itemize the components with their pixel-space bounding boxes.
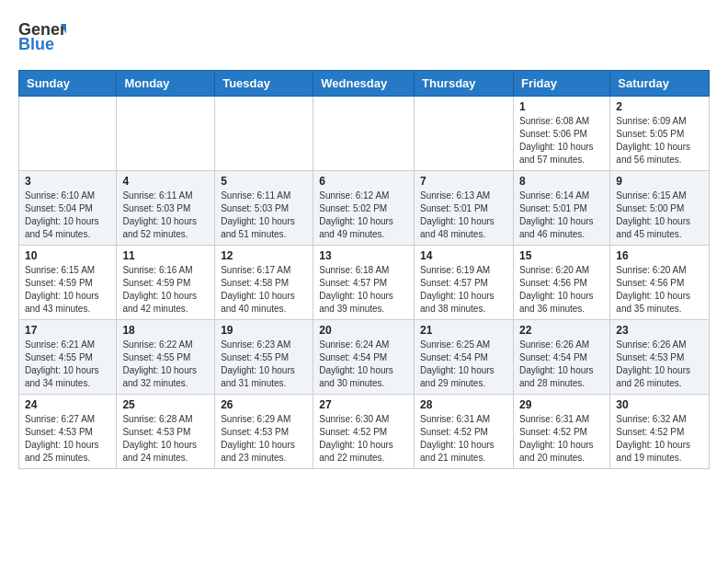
- calendar-day-cell: 15Sunrise: 6:20 AMSunset: 4:56 PMDayligh…: [513, 246, 609, 320]
- weekday-header-saturday: Saturday: [610, 71, 710, 97]
- day-info: Sunrise: 6:10 AMSunset: 5:04 PMDaylight:…: [25, 190, 99, 239]
- calendar-day-cell: 25Sunrise: 6:28 AMSunset: 4:53 PMDayligh…: [117, 395, 215, 469]
- day-number: 4: [122, 175, 209, 188]
- day-info: Sunrise: 6:15 AMSunset: 4:59 PMDaylight:…: [25, 265, 99, 314]
- day-number: 22: [519, 324, 604, 337]
- calendar-day-cell: 17Sunrise: 6:21 AMSunset: 4:55 PMDayligh…: [19, 320, 117, 395]
- day-number: 30: [616, 398, 703, 411]
- calendar-day-cell: 3Sunrise: 6:10 AMSunset: 5:04 PMDaylight…: [19, 171, 117, 246]
- day-number: 3: [25, 175, 110, 188]
- day-info: Sunrise: 6:17 AMSunset: 4:58 PMDaylight:…: [221, 265, 295, 314]
- day-info: Sunrise: 6:11 AMSunset: 5:03 PMDaylight:…: [122, 190, 197, 239]
- day-number: 24: [25, 398, 110, 411]
- day-info: Sunrise: 6:23 AMSunset: 4:55 PMDaylight:…: [221, 339, 295, 388]
- calendar-day-cell: 19Sunrise: 6:23 AMSunset: 4:55 PMDayligh…: [215, 320, 313, 395]
- weekday-header-thursday: Thursday: [415, 71, 514, 97]
- calendar-day-cell: 2Sunrise: 6:09 AMSunset: 5:05 PMDaylight…: [610, 97, 710, 171]
- calendar-day-cell: 13Sunrise: 6:18 AMSunset: 4:57 PMDayligh…: [313, 246, 415, 320]
- day-number: 8: [519, 175, 604, 188]
- day-number: 19: [221, 324, 307, 337]
- calendar-day-cell: 5Sunrise: 6:11 AMSunset: 5:03 PMDaylight…: [215, 171, 313, 246]
- weekday-header-wednesday: Wednesday: [313, 71, 415, 97]
- day-number: 15: [519, 249, 604, 262]
- day-number: 17: [25, 324, 110, 337]
- calendar-day-cell: 10Sunrise: 6:15 AMSunset: 4:59 PMDayligh…: [19, 246, 117, 320]
- calendar-day-cell: 24Sunrise: 6:27 AMSunset: 4:53 PMDayligh…: [19, 395, 117, 469]
- calendar-day-cell: 8Sunrise: 6:14 AMSunset: 5:01 PMDaylight…: [513, 171, 609, 246]
- day-number: 29: [519, 398, 604, 411]
- day-info: Sunrise: 6:19 AMSunset: 4:57 PMDaylight:…: [420, 265, 495, 314]
- svg-text:Blue: Blue: [18, 35, 54, 53]
- day-info: Sunrise: 6:09 AMSunset: 5:05 PMDaylight:…: [616, 116, 690, 165]
- weekday-header-monday: Monday: [117, 71, 215, 97]
- calendar-day-cell: 14Sunrise: 6:19 AMSunset: 4:57 PMDayligh…: [415, 246, 514, 320]
- day-info: Sunrise: 6:13 AMSunset: 5:01 PMDaylight:…: [420, 190, 495, 239]
- day-info: Sunrise: 6:28 AMSunset: 4:53 PMDaylight:…: [122, 414, 197, 463]
- weekday-header-sunday: Sunday: [19, 71, 117, 97]
- calendar-day-cell: 11Sunrise: 6:16 AMSunset: 4:59 PMDayligh…: [117, 246, 215, 320]
- day-info: Sunrise: 6:22 AMSunset: 4:55 PMDaylight:…: [122, 339, 197, 388]
- day-number: 10: [25, 249, 110, 262]
- weekday-header-friday: Friday: [513, 71, 609, 97]
- calendar-day-cell: 29Sunrise: 6:31 AMSunset: 4:52 PMDayligh…: [513, 395, 609, 469]
- day-info: Sunrise: 6:12 AMSunset: 5:02 PMDaylight:…: [319, 190, 393, 239]
- day-info: Sunrise: 6:31 AMSunset: 4:52 PMDaylight:…: [519, 414, 594, 463]
- calendar-day-cell: 6Sunrise: 6:12 AMSunset: 5:02 PMDaylight…: [313, 171, 415, 246]
- day-number: 11: [122, 249, 209, 262]
- day-info: Sunrise: 6:27 AMSunset: 4:53 PMDaylight:…: [25, 414, 99, 463]
- day-info: Sunrise: 6:20 AMSunset: 4:56 PMDaylight:…: [616, 265, 690, 314]
- day-number: 9: [616, 175, 703, 188]
- calendar-day-cell: [19, 97, 117, 171]
- calendar-week-row: 1Sunrise: 6:08 AMSunset: 5:06 PMDaylight…: [19, 97, 710, 171]
- calendar-week-row: 24Sunrise: 6:27 AMSunset: 4:53 PMDayligh…: [19, 395, 710, 469]
- calendar-week-row: 3Sunrise: 6:10 AMSunset: 5:04 PMDaylight…: [19, 171, 710, 246]
- calendar-day-cell: 16Sunrise: 6:20 AMSunset: 4:56 PMDayligh…: [610, 246, 710, 320]
- day-info: Sunrise: 6:14 AMSunset: 5:01 PMDaylight:…: [519, 190, 594, 239]
- calendar-day-cell: [415, 97, 514, 171]
- calendar-day-cell: [215, 97, 313, 171]
- day-info: Sunrise: 6:26 AMSunset: 4:53 PMDaylight:…: [616, 339, 690, 388]
- day-number: 26: [221, 398, 307, 411]
- logo-icon: General Blue: [18, 15, 66, 59]
- day-info: Sunrise: 6:24 AMSunset: 4:54 PMDaylight:…: [319, 339, 393, 388]
- day-number: 7: [420, 175, 507, 188]
- day-number: 1: [519, 100, 604, 113]
- calendar-day-cell: 22Sunrise: 6:26 AMSunset: 4:54 PMDayligh…: [513, 320, 609, 395]
- calendar-week-row: 10Sunrise: 6:15 AMSunset: 4:59 PMDayligh…: [19, 246, 710, 320]
- calendar-day-cell: 30Sunrise: 6:32 AMSunset: 4:52 PMDayligh…: [610, 395, 710, 469]
- calendar-table: SundayMondayTuesdayWednesdayThursdayFrid…: [18, 70, 710, 469]
- calendar-day-cell: 12Sunrise: 6:17 AMSunset: 4:58 PMDayligh…: [215, 246, 313, 320]
- day-number: 13: [319, 249, 408, 262]
- day-info: Sunrise: 6:11 AMSunset: 5:03 PMDaylight:…: [221, 190, 295, 239]
- day-info: Sunrise: 6:30 AMSunset: 4:52 PMDaylight:…: [319, 414, 393, 463]
- calendar-day-cell: 21Sunrise: 6:25 AMSunset: 4:54 PMDayligh…: [415, 320, 514, 395]
- calendar-day-cell: 9Sunrise: 6:15 AMSunset: 5:00 PMDaylight…: [610, 171, 710, 246]
- day-number: 16: [616, 249, 703, 262]
- header: General Blue: [18, 15, 710, 63]
- calendar-day-cell: 23Sunrise: 6:26 AMSunset: 4:53 PMDayligh…: [610, 320, 710, 395]
- day-number: 18: [122, 324, 209, 337]
- calendar-day-cell: 26Sunrise: 6:29 AMSunset: 4:53 PMDayligh…: [215, 395, 313, 469]
- day-number: 14: [420, 249, 507, 262]
- logo: General Blue: [18, 15, 66, 63]
- day-info: Sunrise: 6:21 AMSunset: 4:55 PMDaylight:…: [25, 339, 99, 388]
- day-number: 20: [319, 324, 408, 337]
- day-info: Sunrise: 6:29 AMSunset: 4:53 PMDaylight:…: [221, 414, 295, 463]
- calendar-day-cell: 4Sunrise: 6:11 AMSunset: 5:03 PMDaylight…: [117, 171, 215, 246]
- calendar-week-row: 17Sunrise: 6:21 AMSunset: 4:55 PMDayligh…: [19, 320, 710, 395]
- calendar-day-cell: [313, 97, 415, 171]
- day-number: 2: [616, 100, 703, 113]
- day-info: Sunrise: 6:18 AMSunset: 4:57 PMDaylight:…: [319, 265, 393, 314]
- calendar-body: 1Sunrise: 6:08 AMSunset: 5:06 PMDaylight…: [19, 97, 710, 469]
- day-info: Sunrise: 6:15 AMSunset: 5:00 PMDaylight:…: [616, 190, 690, 239]
- day-info: Sunrise: 6:32 AMSunset: 4:52 PMDaylight:…: [616, 414, 690, 463]
- calendar-day-cell: 7Sunrise: 6:13 AMSunset: 5:01 PMDaylight…: [415, 171, 514, 246]
- day-info: Sunrise: 6:26 AMSunset: 4:54 PMDaylight:…: [519, 339, 594, 388]
- weekday-header-tuesday: Tuesday: [215, 71, 313, 97]
- day-number: 21: [420, 324, 507, 337]
- day-number: 25: [122, 398, 209, 411]
- calendar-day-cell: 20Sunrise: 6:24 AMSunset: 4:54 PMDayligh…: [313, 320, 415, 395]
- day-info: Sunrise: 6:16 AMSunset: 4:59 PMDaylight:…: [122, 265, 197, 314]
- calendar-day-cell: 18Sunrise: 6:22 AMSunset: 4:55 PMDayligh…: [117, 320, 215, 395]
- day-number: 27: [319, 398, 408, 411]
